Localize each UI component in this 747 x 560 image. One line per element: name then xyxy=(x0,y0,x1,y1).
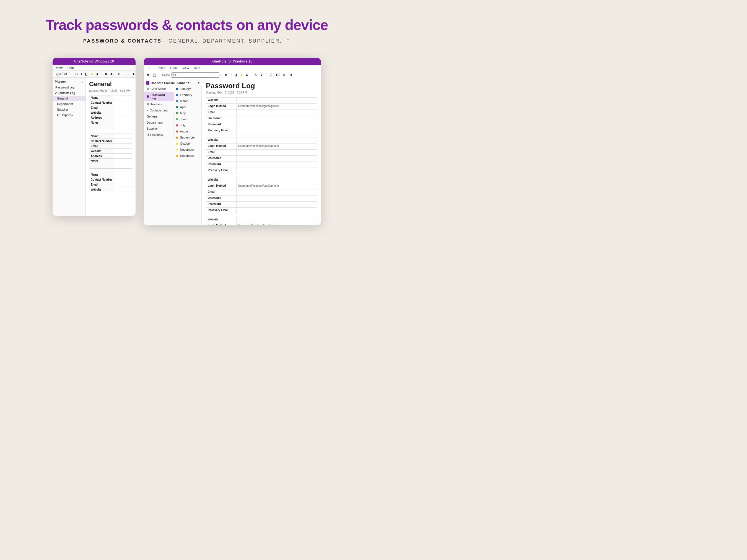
menu-help[interactable]: Help xyxy=(194,66,200,70)
recovery-value-r3[interactable] xyxy=(236,208,317,214)
username-value-r1[interactable] xyxy=(236,116,317,122)
month-july[interactable]: July xyxy=(174,122,201,128)
section-goal-setter[interactable]: Goal Setter xyxy=(144,86,174,92)
month-september[interactable]: September xyxy=(174,134,201,140)
menu-view[interactable]: View xyxy=(182,66,189,70)
password-log-dot xyxy=(147,96,149,98)
month-august[interactable]: August xyxy=(174,128,201,134)
right-underline-btn[interactable]: U xyxy=(234,73,238,77)
back-btn[interactable]: → xyxy=(147,66,151,70)
font-size-input[interactable] xyxy=(62,72,70,76)
highlight-btn[interactable]: A xyxy=(90,72,94,76)
right-style-btn[interactable]: ▼ xyxy=(259,73,264,77)
contacts-sub-general[interactable]: General xyxy=(144,113,174,119)
underline-btn[interactable]: U xyxy=(84,72,88,76)
sidebar-item-password-log[interactable]: Password Log xyxy=(53,84,85,90)
email-label-r3: Email xyxy=(206,189,236,195)
list-btn[interactable]: ☰ xyxy=(126,72,130,76)
website-value[interactable] xyxy=(114,110,132,115)
right-num-list-btn[interactable]: 1☰ xyxy=(275,73,281,77)
email-value-3[interactable] xyxy=(114,182,132,187)
sidebar-sub-department[interactable]: Department xyxy=(53,101,85,107)
menu-help[interactable]: Help xyxy=(68,66,74,70)
email-value-r1[interactable] xyxy=(236,110,317,115)
right-list-btn[interactable]: ☰ xyxy=(269,73,273,77)
contacts-sub-department[interactable]: Department xyxy=(144,119,174,126)
section-trackers[interactable]: Trackers xyxy=(144,101,174,107)
month-january[interactable]: January xyxy=(174,86,201,92)
notes-value[interactable] xyxy=(114,120,132,130)
section-contacts-log[interactable]: ▾ Contacts Log xyxy=(144,107,174,113)
name-value-2[interactable] xyxy=(114,134,132,139)
month-may[interactable]: May xyxy=(174,110,201,116)
sidebar-sub-it-helpdesk[interactable]: IT Helpdesk xyxy=(53,112,85,118)
eraser-btn[interactable]: ✕ xyxy=(104,72,108,76)
contacts-sub-supplier[interactable]: Supplier xyxy=(144,126,174,132)
notes-value-2[interactable] xyxy=(114,159,132,169)
nav-filter-icon[interactable]: ≡ xyxy=(82,80,83,83)
month-february[interactable]: February xyxy=(174,92,201,98)
name-value[interactable] xyxy=(114,96,132,100)
username-value-r2[interactable] xyxy=(236,156,317,161)
hero-subtitle: PASSWORD & CONTACTS - GENERAL, DEPARTMEN… xyxy=(11,38,362,44)
contacts-sub-it-helpdesk[interactable]: IT Helpdesk xyxy=(144,132,174,138)
email-value-2[interactable] xyxy=(114,144,132,149)
address-value[interactable] xyxy=(114,115,132,120)
password-value-r3[interactable] xyxy=(236,202,317,207)
email-value[interactable] xyxy=(114,105,132,110)
expand-btn[interactable]: ▼ xyxy=(117,72,121,76)
right-indent-btn[interactable]: ⇤ xyxy=(282,73,287,77)
page-title-input[interactable] xyxy=(89,80,132,88)
recovery-value-r2[interactable] xyxy=(236,168,317,174)
right-bold-btn[interactable]: B xyxy=(224,73,228,77)
nav-sort-icon[interactable]: ≡ xyxy=(198,81,200,85)
month-march[interactable]: March xyxy=(174,98,201,104)
name-value-3[interactable] xyxy=(114,172,132,177)
clip-btn[interactable]: 📋 xyxy=(152,73,157,77)
contact-number-value[interactable] xyxy=(114,100,132,105)
section-password-log[interactable]: Password Log xyxy=(144,92,174,101)
notebook-header: OneNote Classic Planner ▾ ≡ xyxy=(144,79,202,86)
menu-draw[interactable]: Draw xyxy=(171,66,178,70)
italic-btn[interactable]: I xyxy=(80,72,83,76)
website-label-r4: Website xyxy=(206,217,236,223)
menu-view[interactable]: View xyxy=(56,66,62,70)
left-toolbar: Light B I U A A ✕ A↓ ▼ ☰ 1☰ ⇤ ⇥ ▼ xyxy=(53,71,135,78)
contact-number-value-2[interactable] xyxy=(114,139,132,144)
month-april[interactable]: April xyxy=(174,104,201,110)
right-main: Password Log Sunday, March 7, 2021 3:32 … xyxy=(202,79,321,225)
address-value-2[interactable] xyxy=(114,154,132,159)
website-value-r3[interactable] xyxy=(236,177,317,183)
right-italic-btn[interactable]: I xyxy=(230,73,232,77)
right-outdent-btn[interactable]: ⇥ xyxy=(288,73,292,77)
undo-btn[interactable]: ↺ xyxy=(146,73,150,77)
month-november[interactable]: November xyxy=(174,146,201,153)
right-font-color-btn[interactable]: A xyxy=(245,73,249,77)
month-june[interactable]: June xyxy=(174,116,201,122)
bold-btn[interactable]: B xyxy=(75,72,79,76)
email-value-r3[interactable] xyxy=(236,189,317,195)
email-value-r2[interactable] xyxy=(236,150,317,155)
sidebar-sub-supplier[interactable]: Supplier xyxy=(53,107,85,112)
password-value-r1[interactable] xyxy=(236,122,317,128)
right-highlight-btn[interactable]: A xyxy=(239,73,243,77)
font-color-btn[interactable]: A xyxy=(96,72,99,76)
num-list-btn[interactable]: 1☰ xyxy=(132,72,135,76)
website-value-2[interactable] xyxy=(114,149,132,154)
menu-insert[interactable]: Insert xyxy=(158,66,165,70)
style-btn[interactable]: A↓ xyxy=(109,72,115,76)
right-font-size[interactable] xyxy=(172,73,220,78)
contact-number-value-3[interactable] xyxy=(114,177,132,182)
website-value-r1[interactable] xyxy=(236,98,317,103)
website-value-r4[interactable] xyxy=(236,217,317,223)
website-value-3[interactable] xyxy=(114,187,132,192)
right-eraser-btn[interactable]: ✕ xyxy=(253,73,258,77)
website-value-r2[interactable] xyxy=(236,137,317,143)
month-december[interactable]: December xyxy=(174,153,201,159)
sidebar-sub-general[interactable]: General xyxy=(53,96,85,101)
recovery-value-r1[interactable] xyxy=(236,128,317,134)
password-value-r2[interactable] xyxy=(236,162,317,167)
notes-label: Notes xyxy=(89,120,114,130)
month-october[interactable]: October xyxy=(174,140,201,146)
username-value-r3[interactable] xyxy=(236,195,317,201)
